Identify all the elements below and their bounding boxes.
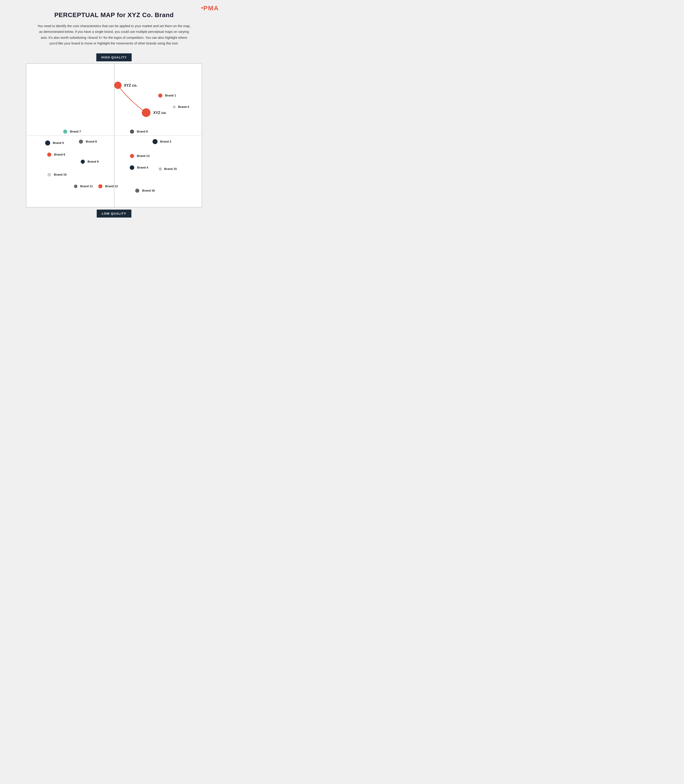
chart-plot-area: XYZ co.XYZ co.Brand 1Brand 4Brand 7Brand… <box>26 63 202 208</box>
brand-dot-brand15 <box>159 168 162 171</box>
brand-label-brand5: Brand 5 <box>53 141 64 145</box>
axis-bottom-label: LOW QUALITY <box>97 210 131 218</box>
brand-dot-brand13 <box>130 154 134 158</box>
brand-label-brand15: Brand 15 <box>164 167 177 171</box>
brand-label-xyz-future: XYZ co. <box>124 84 137 87</box>
logo-dot-icon <box>201 7 203 9</box>
brand-dot-brand11 <box>74 184 77 188</box>
brand-dot-brand16 <box>135 189 139 193</box>
brand-dot-brand4-bottom <box>130 165 134 170</box>
brand-label-brand7: Brand 7 <box>70 130 81 133</box>
chart-outer: HIGH QUALITY LOW QUALITY LOW COST HIGH C… <box>16 53 212 218</box>
brand-label-brand10: Brand 10 <box>54 173 66 176</box>
brand-dot-brand8-right <box>130 129 134 134</box>
brand-dot-xyz-future <box>114 82 121 89</box>
brand-label-brand9: Brand 9 <box>87 160 98 163</box>
brand-dot-brand2 <box>153 139 158 144</box>
brand-label-brand16: Brand 16 <box>142 189 155 192</box>
brand-label-brand2: Brand 2 <box>160 140 171 143</box>
axis-top-label: HIGH QUALITY <box>96 53 132 61</box>
brand-label-brand1: Brand 1 <box>165 94 176 97</box>
page-title: PERCEPTUAL MAP for XYZ Co. Brand <box>9 11 219 19</box>
brand-dot-brand9 <box>81 160 85 164</box>
brand-dot-xyz-current <box>142 108 150 117</box>
brand-dot-brand6 <box>47 153 51 156</box>
brand-dot-brand7 <box>63 129 67 134</box>
brand-label-brand13: Brand 13 <box>137 154 150 158</box>
brand-dot-brand4-top <box>173 106 176 108</box>
logo: PMA <box>201 5 219 12</box>
brand-dot-brand5 <box>45 140 50 145</box>
brand-dot-brand12 <box>98 184 102 188</box>
brand-dot-brand10 <box>47 173 51 176</box>
description-text: You need to identify the core characteri… <box>37 23 192 47</box>
brand-dot-brand8-left <box>79 140 83 144</box>
brand-label-brand4-top: Brand 4 <box>178 105 189 108</box>
brand-label-xyz-current: XYZ co. <box>153 111 167 115</box>
logo-text: PMA <box>201 5 219 11</box>
brand-dot-brand1 <box>158 94 162 98</box>
brand-label-brand11: Brand 11 <box>80 184 93 188</box>
brand-label-brand4-bottom: Brand 4 <box>137 166 148 169</box>
brand-label-brand6: Brand 6 <box>54 153 65 156</box>
perceptual-map: HIGH QUALITY LOW QUALITY LOW COST HIGH C… <box>16 53 212 218</box>
brand-label-brand8-right: Brand 8 <box>137 130 148 133</box>
page: PMA PERCEPTUAL MAP for XYZ Co. Brand You… <box>0 0 228 229</box>
brand-label-brand12: Brand 12 <box>105 184 118 188</box>
brand-label-brand8-left: Brand 8 <box>86 140 97 143</box>
